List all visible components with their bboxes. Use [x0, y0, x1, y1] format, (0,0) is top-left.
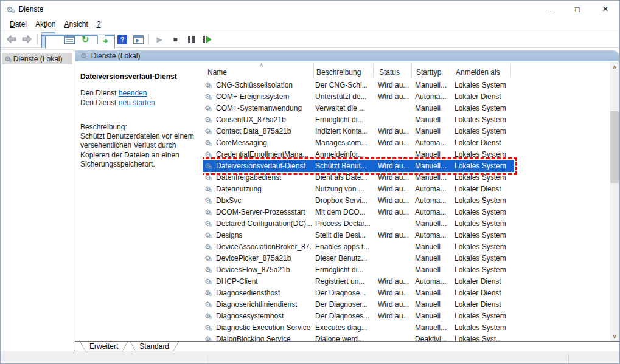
table-row[interactable]: ⚙⚙ ConsentUX_875a21b Ermöglicht di... Ma… [203, 114, 514, 126]
export-list-button[interactable]: ➔ [94, 32, 108, 46]
cell-starttyp: Manuell [415, 266, 449, 274]
table-row[interactable]: ⚙⚙ CoreMessaging Manages com... Wird au.… [203, 137, 514, 149]
column-header-anmelden[interactable]: Anmelden als [456, 68, 500, 77]
column-header-status[interactable]: Status [379, 68, 400, 77]
scroll-up-icon[interactable]: ∧ [610, 62, 619, 71]
menu-datei[interactable]: Datei [5, 19, 31, 30]
forward-button[interactable] [19, 32, 34, 46]
cell-starttyp: Manuell [415, 150, 449, 159]
table-row[interactable]: ⚙⚙ Datenfreigabedienst Dient als Date...… [203, 172, 514, 184]
action-pane-icon [133, 35, 144, 44]
refresh-button[interactable]: ↻ [78, 32, 92, 46]
cell-beschreibung: Der Diagnoses... [315, 312, 372, 320]
table-row[interactable]: ⚙⚙ DbxSvc Dropbox Servi... Wird au... Au… [203, 195, 514, 207]
description-text: Schützt Benutzerdateien vor einem verseh… [80, 132, 202, 170]
tree-item-dienste-lokal[interactable]: ⚙⚙ Dienste (Lokal) [2, 53, 72, 64]
vertical-scrollbar[interactable]: ∧ ∨ [610, 62, 619, 341]
cell-beschreibung: Anmeldeinfor... [315, 150, 372, 159]
close-button[interactable]: × [591, 1, 619, 18]
table-row[interactable]: ⚙⚙ Diagnosediensthost Der Diagnose... Wi… [203, 287, 514, 299]
cell-starttyp: Manuell [415, 242, 449, 251]
table-row[interactable]: ⚙⚙ COM+-Systemanwendung Verwaltet die ..… [203, 103, 514, 114]
stop-service-link[interactable]: beenden [119, 89, 147, 97]
cell-name: COM+-Ereignissystem [216, 92, 312, 101]
table-row[interactable]: ⚙⚙ Designs Stellt die Desi... Wird au...… [203, 230, 514, 241]
cell-status: Wird au... [378, 300, 414, 309]
menu-aktion[interactable]: Aktion [31, 19, 60, 30]
properties-button[interactable] [62, 32, 77, 46]
column-header-beschreibung[interactable]: Beschreibung [316, 68, 361, 77]
cell-name: DialogBlocking Service [216, 335, 312, 341]
cell-status: Wird au... [378, 277, 414, 286]
restart-service-button[interactable] [200, 32, 214, 46]
sort-ascending-icon: ∧ [259, 61, 263, 68]
stop-service-line: Den Dienst beenden [80, 89, 207, 98]
cell-anmelden: Lokaler Dienst [455, 139, 513, 147]
services-gear-icon: ⚙⚙ [80, 52, 87, 60]
cell-beschreibung: Unterstützt de... [315, 92, 372, 101]
table-row[interactable]: ⚙⚙ Declared Configuration(DC)... Process… [203, 218, 514, 230]
show-action-pane-button[interactable] [131, 32, 145, 46]
services-window: ⚙⚙ Dienste — □ × Datei Aktion Ansicht ? … [0, 0, 620, 364]
restart-service-link[interactable]: neu starten [119, 98, 155, 107]
table-row[interactable]: ⚙⚙ DevicesFlow_875a21b Ermöglicht di... … [203, 264, 514, 276]
cell-status: Wird au... [378, 81, 414, 89]
table-row[interactable]: ⚙⚙ Contact Data_875a21b Indiziert Konta.… [203, 126, 514, 137]
table-row[interactable]: ⚙⚙ DialogBlocking Service Dialoge werd..… [203, 334, 514, 341]
help-icon: ? [117, 35, 127, 44]
cell-status: Wird au... [378, 173, 414, 182]
help-button[interactable]: ? [115, 32, 130, 46]
status-bar [1, 351, 619, 364]
scroll-down-icon[interactable]: ∨ [610, 332, 619, 341]
stop-service-button[interactable]: ■ [168, 32, 183, 46]
table-row[interactable]: ⚙⚙ COM+-Ereignissystem Unterstützt de...… [203, 91, 514, 103]
column-header-name[interactable]: Name [207, 68, 227, 77]
back-button[interactable] [4, 32, 18, 46]
cell-anmelden: Lokaler Dienst [455, 277, 513, 286]
column-header-starttyp[interactable]: Starttyp [416, 68, 441, 77]
menu-hilfe[interactable]: ? [92, 19, 105, 30]
maximize-button[interactable]: □ [563, 1, 591, 18]
start-service-button[interactable]: ▶ [152, 32, 167, 46]
table-row[interactable]: ⚙⚙ DCOM-Server-Prozessstart Mit dem DCO.… [203, 207, 514, 218]
tree-item-label: Dienste (Lokal) [13, 55, 63, 63]
menu-ansicht[interactable]: Ansicht [60, 19, 92, 30]
toolbar-separator [148, 34, 149, 45]
service-gear-icon: ⚙⚙ [204, 335, 211, 341]
table-row[interactable]: ⚙⚙ CNG-Schlüsselisolation Der CNG-Schl..… [203, 80, 514, 91]
cell-name: Datennutzung [216, 185, 312, 193]
table-row[interactable]: ⚙⚙ Diagnostic Execution Service Executes… [203, 322, 514, 334]
minimize-button[interactable]: — [535, 1, 563, 18]
cell-beschreibung: Mit dem DCO... [315, 208, 372, 216]
table-row[interactable]: ⚙⚙ Diagnoserichtliniendienst Der Diagnos… [203, 299, 514, 311]
scrollbar-track[interactable] [610, 71, 619, 332]
cell-anmelden: Lokales System [455, 173, 513, 182]
service-gear-icon: ⚙⚙ [204, 105, 211, 112]
description-label: Beschreibung: [80, 123, 207, 132]
cell-beschreibung: Process Declar... [315, 219, 372, 228]
service-gear-icon: ⚙⚙ [204, 232, 211, 239]
cell-anmelden: Lokales System [455, 242, 513, 251]
show-console-tree-button[interactable] [41, 32, 55, 46]
cell-status: Wird au... [378, 208, 414, 216]
table-row[interactable]: ⚙⚙ DeviceAssociationBroker_87... Enables… [203, 241, 514, 253]
cell-anmelden: Lokales System [455, 312, 513, 320]
pause-service-button[interactable] [184, 32, 198, 46]
table-row[interactable]: ⚙⚙ Dateiversionsverlauf-Dienst Schützt B… [203, 160, 514, 172]
service-gear-icon: ⚙⚙ [204, 266, 211, 273]
cell-starttyp: Manuell [415, 127, 449, 136]
toolbar: ↻ ➔ ? ▶ ■ [1, 31, 619, 48]
cell-name: Datenfreigabedienst [216, 173, 312, 182]
table-row[interactable]: ⚙⚙ DHCP-Client Registriert un... Wird au… [203, 276, 514, 287]
cell-starttyp: Manuell [415, 289, 449, 297]
tab-standard[interactable]: Standard [130, 342, 179, 351]
cell-anmelden: Lokales System [455, 81, 513, 89]
tab-erweitert[interactable]: Erweitert [80, 342, 128, 351]
table-row[interactable]: ⚙⚙ CredentialEnrollmentMana... Anmeldein… [203, 149, 514, 160]
table-row[interactable]: ⚙⚙ DevicePicker_875a21b Dieser Benutz...… [203, 253, 514, 264]
cell-beschreibung: Manages com... [315, 139, 372, 147]
table-row[interactable]: ⚙⚙ Diagnosesystemhost Der Diagnoses... W… [203, 311, 514, 322]
cell-starttyp: Automa... [415, 196, 449, 205]
scrollbar-thumb[interactable] [610, 111, 619, 183]
table-row[interactable]: ⚙⚙ Datennutzung Nutzung von ... Wird au.… [203, 184, 514, 195]
